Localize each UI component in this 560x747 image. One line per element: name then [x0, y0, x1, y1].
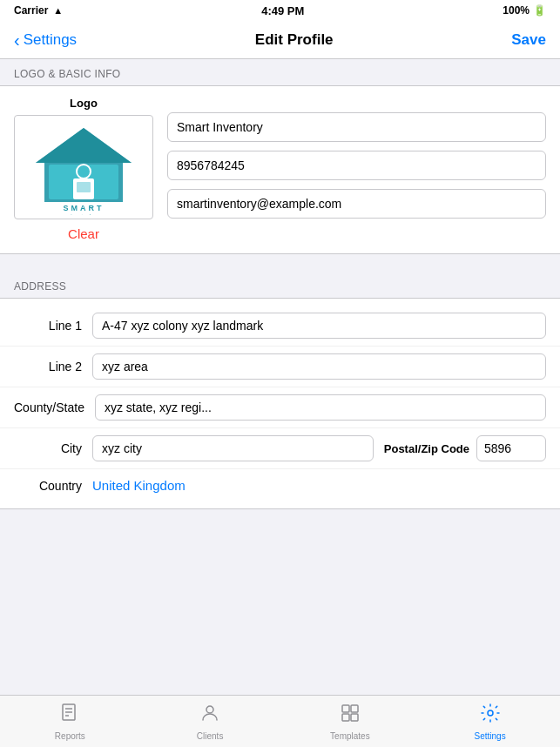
county-input[interactable] [95, 394, 546, 421]
clear-button[interactable]: Clear [68, 225, 99, 243]
back-button[interactable]: ‹ Settings [14, 31, 77, 49]
line1-label: Line 1 [14, 319, 92, 333]
line1-input[interactable] [92, 313, 546, 339]
tab-settings[interactable]: Settings [420, 697, 560, 746]
address-section-header: ADDRESS [0, 272, 560, 298]
reports-label: Reports [55, 731, 85, 741]
city-postal-row: City Postal/Zip Code [0, 428, 560, 469]
tab-clients[interactable]: Clients [140, 697, 280, 746]
city-input[interactable] [92, 435, 374, 461]
svg-rect-15 [342, 714, 349, 721]
carrier-info: Carrier ▲ [14, 4, 63, 17]
wifi-icon: ▲ [53, 5, 63, 16]
status-bar: Carrier ▲ 4:49 PM 100% 🔋 [0, 0, 560, 21]
logo-label: Logo [70, 97, 98, 110]
line2-row: Line 2 [0, 347, 560, 387]
battery-icon: 🔋 [533, 4, 546, 17]
svg-rect-4 [77, 182, 91, 192]
tab-templates[interactable]: Templates [280, 697, 421, 746]
reports-icon [59, 703, 80, 729]
svg-text:SMART: SMART [64, 204, 105, 212]
county-row: County/State [0, 387, 560, 428]
postal-group: Postal/Zip Code [384, 435, 546, 461]
city-group: City [14, 435, 374, 461]
svg-marker-1 [36, 128, 132, 163]
county-label: County/State [14, 400, 95, 414]
phone-field[interactable] [167, 151, 546, 180]
settings-icon [480, 703, 501, 729]
tab-reports[interactable]: Reports [0, 697, 140, 746]
templates-label: Templates [330, 731, 370, 741]
chevron-left-icon: ‹ [14, 31, 20, 49]
basic-info-fields [167, 97, 546, 219]
battery-label: 100% [503, 4, 530, 17]
save-button[interactable]: Save [511, 31, 546, 49]
line2-input[interactable] [92, 353, 546, 380]
address-card: Line 1 Line 2 County/State City Postal/Z… [0, 298, 560, 509]
tab-bar: Reports Clients Templates [0, 695, 560, 747]
battery-info: 100% 🔋 [503, 4, 546, 17]
email-field[interactable] [167, 189, 546, 219]
line2-label: Line 2 [14, 360, 92, 374]
line1-row: Line 1 [0, 306, 560, 347]
logo-box: SMART InventoryApp [14, 115, 153, 219]
svg-rect-13 [342, 705, 349, 712]
postal-input[interactable] [476, 435, 546, 461]
logo-row: Logo SMART I [14, 97, 546, 243]
svg-rect-14 [351, 705, 358, 712]
svg-rect-16 [351, 714, 358, 721]
logo-container: Logo SMART I [14, 97, 153, 243]
page-title: Edit Profile [255, 31, 334, 49]
clients-icon [199, 703, 220, 729]
back-label: Settings [24, 31, 77, 49]
country-label: Country [14, 479, 92, 493]
city-label: City [14, 441, 92, 455]
logo-section-header: LOGO & BASIC INFO [0, 59, 560, 85]
company-logo: SMART InventoryApp [23, 119, 145, 215]
nav-bar: ‹ Settings Edit Profile Save [0, 21, 560, 59]
country-row: Country United Kingdom [0, 469, 560, 501]
settings-label: Settings [475, 731, 506, 741]
status-time: 4:49 PM [261, 4, 304, 17]
company-name-field[interactable] [167, 112, 546, 142]
svg-point-12 [206, 706, 213, 713]
templates-icon [340, 703, 361, 729]
svg-point-17 [488, 710, 493, 716]
carrier-label: Carrier [14, 4, 48, 17]
country-value[interactable]: United Kingdom [92, 478, 186, 493]
logo-basic-card: Logo SMART I [0, 85, 560, 254]
svg-text:InventoryApp: InventoryApp [71, 213, 97, 215]
postal-label: Postal/Zip Code [384, 442, 476, 455]
clients-label: Clients [197, 731, 224, 741]
